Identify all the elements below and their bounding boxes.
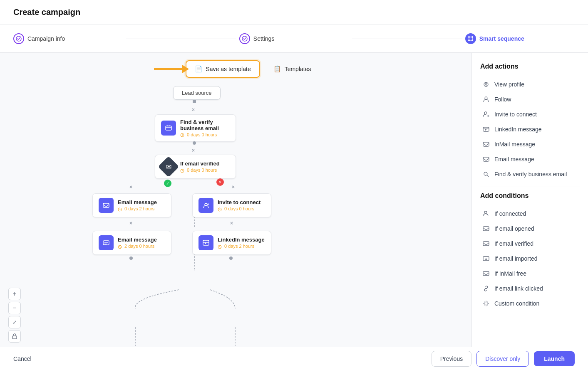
email-msg-1-node[interactable]: Email message 0 days 2 hours bbox=[92, 193, 171, 217]
discover-only-button[interactable]: Discover only bbox=[476, 351, 529, 367]
svg-point-25 bbox=[485, 84, 487, 85]
page-header: Create campaign bbox=[0, 0, 588, 25]
view-profile-label: View profile bbox=[494, 81, 524, 88]
flow-canvas: Lead source × Find & verify business ema… bbox=[0, 82, 471, 370]
if-connected-icon bbox=[482, 210, 490, 218]
action-email-message[interactable]: Email message bbox=[480, 152, 580, 167]
if-email-opened-label: If email opened bbox=[494, 225, 534, 232]
action-follow[interactable]: Follow bbox=[480, 92, 580, 107]
action-invite-connect[interactable]: Invite to connect bbox=[480, 107, 580, 122]
email-message-label: Email message bbox=[494, 156, 534, 163]
if-email-verified-node[interactable]: ✉ If email verified 0 days 0 hours bbox=[155, 155, 236, 179]
dot-bottom-right bbox=[229, 257, 233, 260]
step-icon-smart-sequence bbox=[465, 33, 476, 44]
if-email-opened-icon bbox=[482, 224, 490, 233]
inmail-icon bbox=[482, 140, 490, 148]
linkedin-msg-node[interactable]: LinkedIn message 0 days 2 hours bbox=[192, 231, 271, 255]
toolbar-row: 📄 Save as template 📋 Templates bbox=[0, 53, 471, 78]
lead-source-label: Lead source bbox=[173, 86, 221, 100]
svg-rect-12 bbox=[166, 126, 171, 130]
zoom-in-button[interactable]: + bbox=[8, 288, 21, 300]
inmail-label: InMail message bbox=[494, 141, 535, 148]
linkedin-message-icon bbox=[482, 125, 490, 133]
email-msg-1-icon bbox=[99, 198, 114, 213]
follow-label: Follow bbox=[494, 96, 511, 103]
find-verify-node[interactable]: Find & verify business email 0 days 0 ho… bbox=[155, 114, 236, 142]
step-line-1 bbox=[126, 39, 236, 39]
stepper: Campaign info Settings Smart sequence bbox=[0, 25, 588, 53]
condition-if-connected[interactable]: If connected bbox=[480, 206, 580, 221]
step-smart-sequence: Smart sequence bbox=[465, 33, 575, 44]
custom-condition-icon bbox=[482, 299, 490, 308]
if-email-imported-label: If email imported bbox=[494, 255, 537, 262]
diamond-icon: ✉ bbox=[158, 156, 179, 178]
page-title: Create campaign bbox=[13, 7, 575, 17]
zoom-out-button[interactable]: − bbox=[8, 302, 21, 314]
lock-button[interactable] bbox=[8, 330, 21, 343]
custom-condition-label: Custom condition bbox=[494, 300, 539, 307]
templates-button[interactable]: 📋 Templates bbox=[267, 61, 318, 77]
step-label-campaign-info: Campaign info bbox=[27, 35, 65, 42]
linkedin-msg-icon bbox=[198, 235, 213, 250]
step-settings: Settings bbox=[239, 33, 349, 44]
action-linkedin-message[interactable]: LinkedIn message bbox=[480, 122, 580, 137]
step-label-settings: Settings bbox=[253, 35, 275, 42]
save-template-button[interactable]: 📄 Save as template bbox=[186, 60, 260, 78]
invite-connect-icon-panel bbox=[482, 110, 490, 118]
x-mark-em1: × bbox=[129, 220, 132, 226]
if-email-verified-icon bbox=[482, 239, 490, 248]
right-panel: Add actions View profile Follow Invite t… bbox=[471, 53, 588, 370]
launch-button[interactable]: Launch bbox=[534, 351, 575, 366]
add-conditions-title: Add conditions bbox=[480, 192, 580, 200]
condition-if-email-imported[interactable]: If email imported bbox=[480, 251, 580, 266]
condition-custom[interactable]: Custom condition bbox=[480, 296, 580, 311]
dot-1 bbox=[193, 100, 196, 103]
lead-source-node[interactable]: Lead source bbox=[173, 86, 221, 100]
action-find-verify[interactable]: Find & verify business email bbox=[480, 167, 580, 182]
if-connected-label: If connected bbox=[494, 210, 526, 217]
invite-connect-icon bbox=[198, 198, 213, 213]
cancel-button[interactable]: Cancel bbox=[13, 355, 32, 362]
svg-rect-23 bbox=[12, 336, 17, 339]
find-verify-text: Find & verify business email 0 days 0 ho… bbox=[180, 119, 230, 137]
step-icon-campaign-info bbox=[13, 33, 24, 44]
if-email-verified-label: If email verified bbox=[494, 240, 533, 247]
svg-rect-21 bbox=[203, 240, 209, 245]
templates-icon: 📋 bbox=[273, 65, 281, 73]
svg-point-29 bbox=[484, 172, 487, 175]
if-inmail-free-icon bbox=[482, 269, 490, 278]
svg-point-24 bbox=[484, 82, 488, 86]
invite-connect-label: Invite to connect bbox=[494, 111, 537, 118]
x-mark-inv: × bbox=[230, 220, 233, 226]
find-verify-panel-icon bbox=[482, 170, 490, 178]
dot-2 bbox=[193, 141, 196, 145]
condition-if-email-opened[interactable]: If email opened bbox=[480, 221, 580, 236]
view-profile-icon bbox=[482, 80, 490, 89]
if-email-imported-icon bbox=[482, 254, 490, 263]
action-inmail-message[interactable]: InMail message bbox=[480, 137, 580, 152]
condition-if-email-verified[interactable]: If email verified bbox=[480, 236, 580, 251]
step-line-2 bbox=[352, 39, 461, 39]
x-mark-no: × bbox=[232, 184, 235, 190]
if-email-verified-text: If email verified 0 days 0 hours bbox=[180, 160, 220, 173]
dot-bottom-left bbox=[129, 257, 133, 260]
main-content: 📄 Save as template 📋 Templates bbox=[0, 53, 588, 370]
email-msg-2-node[interactable]: Email message 2 days 0 hours bbox=[92, 231, 171, 255]
condition-if-inmail-free[interactable]: If InMail free bbox=[480, 266, 580, 281]
invite-connect-text: Invite to connect 0 days 0 hours bbox=[218, 199, 261, 211]
action-view-profile[interactable]: View profile bbox=[480, 77, 580, 92]
x-mark-yes: × bbox=[129, 184, 132, 190]
if-email-link-clicked-label: If email link clicked bbox=[494, 285, 543, 292]
condition-if-email-link-clicked[interactable]: If email link clicked bbox=[480, 281, 580, 296]
x-mark-2: × bbox=[192, 148, 195, 153]
add-actions-title: Add actions bbox=[480, 63, 580, 70]
templates-label: Templates bbox=[285, 66, 311, 72]
if-inmail-free-label: If InMail free bbox=[494, 270, 526, 277]
step-icon-settings bbox=[239, 33, 250, 44]
panel-divider bbox=[480, 187, 580, 187]
x-badge: × bbox=[216, 178, 224, 186]
invite-connect-node[interactable]: Invite to connect 0 days 0 hours bbox=[192, 193, 271, 217]
x-mark-1: × bbox=[192, 107, 195, 113]
fit-button[interactable]: ⤢ bbox=[8, 316, 21, 328]
previous-button[interactable]: Previous bbox=[432, 351, 471, 367]
